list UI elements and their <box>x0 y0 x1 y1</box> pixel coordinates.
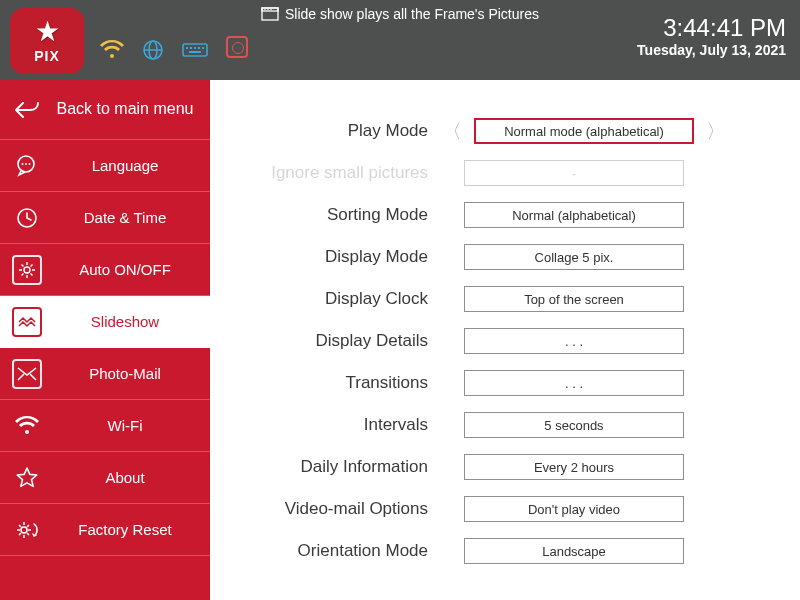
sidebar-item-factory-reset[interactable]: Factory Reset <box>0 504 210 556</box>
slideshow-box-icon <box>12 307 42 337</box>
setting-label: Intervals <box>220 415 440 435</box>
svg-rect-9 <box>189 51 201 53</box>
sidebar-item-datetime[interactable]: Date & Time <box>0 192 210 244</box>
status-icons <box>100 36 248 63</box>
svg-rect-6 <box>194 47 196 49</box>
wifi-icon <box>12 411 42 441</box>
star-outline-icon <box>12 463 42 493</box>
svg-rect-3 <box>183 44 207 56</box>
sidebar-item-label: Back to main menu <box>52 100 198 118</box>
setting-value[interactable]: Landscape <box>464 538 684 564</box>
setting-selector: - <box>440 160 684 186</box>
setting-value[interactable]: . . . <box>464 328 684 354</box>
sidebar-item-label: Photo-Mail <box>52 365 198 382</box>
setting-label: Display Details <box>220 331 440 351</box>
sidebar-item-label: Factory Reset <box>52 521 198 538</box>
logo-text: PIX <box>34 48 60 64</box>
svg-rect-7 <box>198 47 200 49</box>
sidebar-item-label: Wi-Fi <box>52 417 198 434</box>
setting-value[interactable]: Don't play video <box>464 496 684 522</box>
setting-label: Daily Information <box>220 457 440 477</box>
setting-row: Intervals5 seconds <box>220 404 772 446</box>
sidebar-item-label: Date & Time <box>52 209 198 226</box>
globe-icon <box>142 39 164 61</box>
setting-row: Video-mail OptionsDon't play video <box>220 488 772 530</box>
setting-row: Ignore small pictures- <box>220 152 772 194</box>
setting-value[interactable]: . . . <box>464 370 684 396</box>
svg-point-13 <box>267 9 268 10</box>
setting-row: Play Mode〈Normal mode (alphabetical)〉 <box>220 110 772 152</box>
setting-row: Daily InformationEvery 2 hours <box>220 446 772 488</box>
keyboard-icon <box>182 41 208 59</box>
setting-selector: Normal (alphabetical) <box>440 202 684 228</box>
sidebar-item-label: About <box>52 469 198 486</box>
sidebar-item-wifi[interactable]: Wi-Fi <box>0 400 210 452</box>
setting-value[interactable]: Every 2 hours <box>464 454 684 480</box>
slideshow-icon <box>261 7 279 21</box>
setting-selector: Top of the screen <box>440 286 684 312</box>
setting-row: Orientation ModeLandscape <box>220 530 772 572</box>
mail-icon <box>12 359 42 389</box>
sidebar-item-language[interactable]: Language <box>0 140 210 192</box>
svg-point-12 <box>264 9 265 10</box>
setting-label: Display Clock <box>220 289 440 309</box>
setting-row: Transitions. . . <box>220 362 772 404</box>
setting-label: Orientation Mode <box>220 541 440 561</box>
sidebar-item-auto-onoff[interactable]: Auto ON/OFF <box>0 244 210 296</box>
svg-rect-8 <box>202 47 204 49</box>
setting-value[interactable]: 5 seconds <box>464 412 684 438</box>
sidebar-back-button[interactable]: Back to main menu <box>0 80 210 140</box>
header-title: Slide show plays all the Frame's Picture… <box>261 6 539 22</box>
setting-value: - <box>464 160 684 186</box>
setting-value[interactable]: Normal (alphabetical) <box>464 202 684 228</box>
svg-point-21 <box>21 527 27 533</box>
app-logo: ★ PIX <box>10 8 84 74</box>
setting-row: Display Details. . . <box>220 320 772 362</box>
setting-row: Display ClockTop of the screen <box>220 278 772 320</box>
header-title-text: Slide show plays all the Frame's Picture… <box>285 6 539 22</box>
svg-point-14 <box>270 9 271 10</box>
setting-selector: Every 2 hours <box>440 454 684 480</box>
chevron-right-icon[interactable]: 〉 <box>704 118 728 145</box>
sidebar-item-photomail[interactable]: Photo-Mail <box>0 348 210 400</box>
clock-icon <box>12 203 42 233</box>
svg-point-18 <box>29 163 31 165</box>
setting-selector: Collage 5 pix. <box>440 244 684 270</box>
setting-label: Transitions <box>220 373 440 393</box>
wifi-icon <box>100 40 124 60</box>
chevron-left-icon[interactable]: 〈 <box>440 118 464 145</box>
setting-label: Play Mode <box>220 121 440 141</box>
sidebar-item-about[interactable]: About <box>0 452 210 504</box>
gear-reset-icon <box>12 515 42 545</box>
sidebar-item-label: Slideshow <box>52 313 198 330</box>
top-bar: ★ PIX Slide show plays all the Frame's P… <box>0 0 800 80</box>
gear-box-icon <box>12 255 42 285</box>
clock-time: 3:44:41 PM <box>637 14 786 42</box>
sidebar-item-slideshow[interactable]: Slideshow <box>0 296 210 348</box>
svg-point-16 <box>22 163 24 165</box>
svg-point-20 <box>24 267 30 273</box>
setting-selector: Landscape <box>440 538 684 564</box>
setting-selector: 5 seconds <box>440 412 684 438</box>
setting-label: Display Mode <box>220 247 440 267</box>
setting-value[interactable]: Collage 5 pix. <box>464 244 684 270</box>
back-arrow-icon <box>12 95 42 125</box>
setting-label: Ignore small pictures <box>220 163 440 183</box>
setting-selector: . . . <box>440 370 684 396</box>
setting-selector: . . . <box>440 328 684 354</box>
svg-rect-4 <box>186 47 188 49</box>
speech-bubble-icon <box>12 151 42 181</box>
star-icon: ★ <box>35 18 60 46</box>
svg-point-17 <box>25 163 27 165</box>
storage-icon <box>226 36 248 63</box>
sidebar-item-label: Language <box>52 157 198 174</box>
setting-value[interactable]: Normal mode (alphabetical) <box>474 118 694 144</box>
setting-label: Sorting Mode <box>220 205 440 225</box>
setting-row: Sorting ModeNormal (alphabetical) <box>220 194 772 236</box>
clock-date: Tuesday, July 13, 2021 <box>637 42 786 58</box>
sidebar-item-label: Auto ON/OFF <box>52 261 198 278</box>
setting-value[interactable]: Top of the screen <box>464 286 684 312</box>
settings-panel: Play Mode〈Normal mode (alphabetical)〉Ign… <box>210 80 800 600</box>
header-clock: 3:44:41 PM Tuesday, July 13, 2021 <box>637 14 786 58</box>
setting-label: Video-mail Options <box>220 499 440 519</box>
